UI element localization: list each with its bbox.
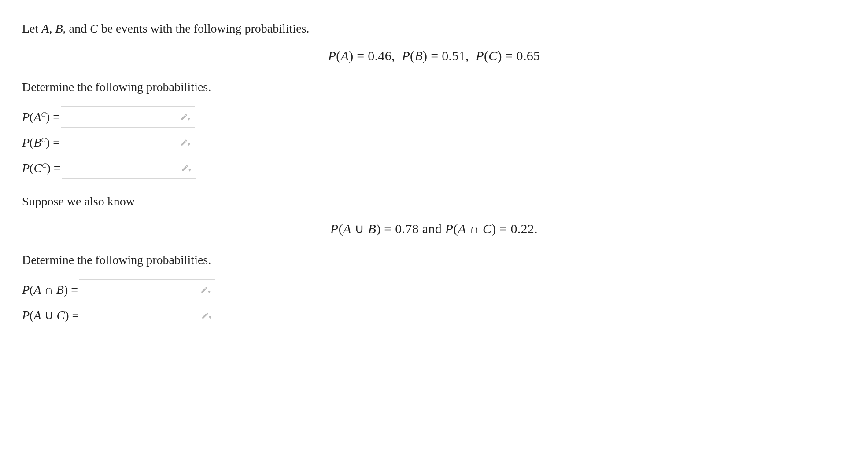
answer-row: P(AC) = ▾ xyxy=(22,104,846,130)
answer-row: P(A ∪ C) = ▾ xyxy=(22,303,846,328)
prompt-1: Determine the following probabilities. xyxy=(22,78,846,96)
question-page: Let A, B, and C be events with the follo… xyxy=(0,0,868,458)
answer-box-p-a-inter-b[interactable]: ▾ xyxy=(79,279,215,300)
input-p-a-inter-b[interactable] xyxy=(64,284,200,296)
answer-row: P(A ∩ B) = ▾ xyxy=(22,277,846,303)
edit-icon[interactable]: ▾ xyxy=(180,111,190,123)
pencil-icon xyxy=(201,311,209,319)
prompt-2: Determine the following probabilities. xyxy=(22,251,846,269)
answer-box-p-b-complement[interactable]: ▾ xyxy=(61,132,195,153)
input-p-b-complement[interactable] xyxy=(44,137,180,149)
given-probabilities: P(A) = 0.46, P(B) = 0.51, P(C) = 0.65 xyxy=(22,46,846,66)
answer-row: P(CC) = ▾ xyxy=(22,155,846,181)
answer-row: P(BC) = ▾ xyxy=(22,130,846,155)
pencil-icon xyxy=(180,113,188,121)
edit-icon[interactable]: ▾ xyxy=(200,284,211,296)
answer-box-p-a-complement[interactable]: ▾ xyxy=(61,106,195,128)
answer-box-p-c-complement[interactable]: ▾ xyxy=(62,158,196,179)
input-p-a-complement[interactable] xyxy=(44,111,180,123)
edit-icon[interactable]: ▾ xyxy=(181,162,191,174)
edit-icon[interactable]: ▾ xyxy=(201,310,211,321)
pencil-icon xyxy=(181,164,189,172)
input-p-c-complement[interactable] xyxy=(44,162,181,174)
edit-icon[interactable]: ▾ xyxy=(180,137,190,148)
given-probabilities-2: P(A ∪ B) = 0.78 and P(A ∩ C) = 0.22. xyxy=(22,219,846,238)
intro-text: Let A, B, and C be events with the follo… xyxy=(22,19,846,38)
suppose-text: Suppose we also know xyxy=(22,192,846,211)
answer-box-p-a-union-c[interactable]: ▾ xyxy=(80,305,216,326)
pencil-icon xyxy=(180,139,188,147)
answer-group-2: P(A ∩ B) = ▾ P(A ∪ C) = ▾ xyxy=(22,277,846,328)
answer-group-1: P(AC) = ▾ P(BC) = ▾ P(CC) = xyxy=(22,104,846,181)
pencil-icon xyxy=(200,286,208,294)
input-p-a-union-c[interactable] xyxy=(65,310,201,322)
